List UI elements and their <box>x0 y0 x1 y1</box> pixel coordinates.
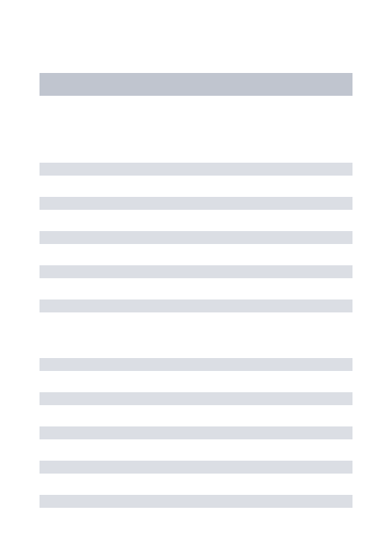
skeleton-line <box>40 426 352 439</box>
skeleton-line <box>40 358 352 371</box>
skeleton-line-group-2 <box>40 358 352 508</box>
skeleton-line <box>40 265 352 278</box>
skeleton-line <box>40 300 352 312</box>
skeleton-line <box>40 163 352 176</box>
skeleton-line-group-1 <box>40 163 352 312</box>
skeleton-line <box>40 392 352 405</box>
skeleton-container <box>0 0 392 508</box>
skeleton-group-gap <box>40 312 352 358</box>
skeleton-line <box>40 197 352 210</box>
skeleton-line <box>40 495 352 508</box>
skeleton-header-bar <box>40 73 352 96</box>
skeleton-line <box>40 231 352 244</box>
skeleton-line <box>40 461 352 474</box>
